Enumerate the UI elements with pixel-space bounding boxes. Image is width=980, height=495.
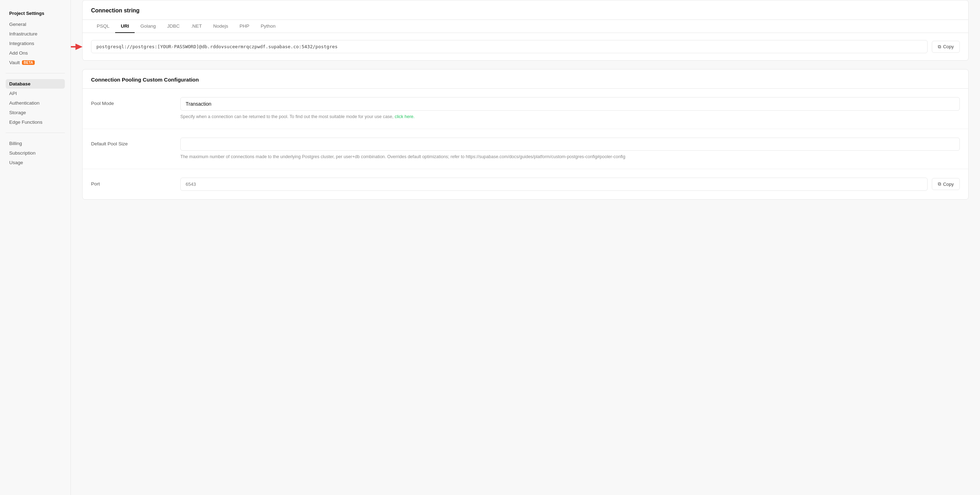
tab-nodejs[interactable]: Nodejs [208, 20, 234, 33]
tab-golang[interactable]: Golang [135, 20, 162, 33]
tab-php[interactable]: PHP [234, 20, 255, 33]
tab-python[interactable]: Python [255, 20, 281, 33]
pool-mode-help-text: Specify when a connection can be returne… [180, 114, 394, 119]
sidebar-item-general[interactable]: General [6, 19, 65, 29]
connection-string-title: Connection string [91, 8, 960, 14]
copy-port-icon: ⧉ [938, 181, 941, 187]
sidebar-item-vault[interactable]: VaultBETA [6, 58, 65, 67]
main-content: Connection string PSQLURIGolangJDBC.NETN… [71, 0, 980, 495]
sidebar-divider-2 [6, 133, 65, 133]
connection-string-card: Connection string PSQLURIGolangJDBC.NETN… [82, 0, 969, 61]
copy-label: Copy [943, 44, 954, 49]
connection-pooling-title: Connection Pooling Custom Configuration [83, 70, 968, 89]
sidebar-item-addons[interactable]: Add Ons [6, 48, 65, 58]
connection-string-row: ⧉ Copy [83, 33, 968, 60]
connection-string-input[interactable] [91, 40, 928, 53]
default-pool-size-help: The maximum number of connections made t… [180, 153, 960, 160]
copy-port-label: Copy [943, 182, 954, 187]
connection-string-tabs: PSQLURIGolangJDBC.NETNodejsPHPPython [83, 20, 968, 33]
pool-mode-help: Specify when a connection can be returne… [180, 113, 960, 120]
sidebar-item-billing[interactable]: Billing [6, 139, 65, 148]
sidebar-item-database[interactable]: Database [6, 79, 65, 89]
pool-mode-row: Pool Mode Transaction Session Statement … [83, 89, 968, 129]
pool-mode-help-link[interactable]: click here. [395, 114, 415, 119]
sidebar: Project Settings GeneralInfrastructureIn… [0, 0, 71, 495]
copy-port-button[interactable]: ⧉ Copy [932, 178, 960, 190]
port-field-row: ⧉ Copy [180, 178, 960, 191]
port-field: ⧉ Copy [180, 178, 960, 191]
port-label: Port [91, 178, 169, 187]
default-pool-size-label: Default Pool Size [91, 137, 169, 147]
arrow-indicator [71, 42, 83, 52]
sidebar-item-storage[interactable]: Storage [6, 108, 65, 117]
sidebar-item-edge-functions[interactable]: Edge Functions [6, 117, 65, 127]
default-pool-size-input[interactable] [180, 137, 960, 151]
connection-pooling-card: Connection Pooling Custom Configuration … [82, 69, 969, 200]
port-input[interactable] [180, 178, 928, 191]
port-row: Port ⧉ Copy [83, 169, 968, 199]
tab-uri[interactable]: URI [115, 20, 135, 33]
copy-icon: ⧉ [938, 44, 941, 50]
project-settings-label: Project Settings [9, 11, 44, 16]
sidebar-project-settings-header: Project Settings [6, 8, 65, 18]
sidebar-item-authentication[interactable]: Authentication [6, 98, 65, 108]
sidebar-item-subscription[interactable]: Subscription [6, 148, 65, 158]
sidebar-item-api[interactable]: API [6, 89, 65, 98]
default-pool-size-row: Default Pool Size The maximum number of … [83, 129, 968, 169]
sidebar-item-infrastructure[interactable]: Infrastructure [6, 29, 65, 39]
tab-dotnet[interactable]: .NET [185, 20, 208, 33]
tab-psql[interactable]: PSQL [91, 20, 115, 33]
pool-mode-select[interactable]: Transaction Session Statement [180, 97, 960, 111]
connection-string-header: Connection string [83, 0, 968, 20]
copy-connection-string-button[interactable]: ⧉ Copy [932, 41, 960, 53]
pool-mode-field: Transaction Session Statement Specify wh… [180, 97, 960, 120]
sidebar-item-integrations[interactable]: Integrations [6, 39, 65, 48]
default-pool-size-field: The maximum number of connections made t… [180, 137, 960, 160]
sidebar-divider-1 [6, 73, 65, 73]
svg-marker-1 [75, 44, 83, 50]
pool-mode-label: Pool Mode [91, 97, 169, 106]
sidebar-item-usage[interactable]: Usage [6, 158, 65, 168]
tab-jdbc[interactable]: JDBC [162, 20, 185, 33]
